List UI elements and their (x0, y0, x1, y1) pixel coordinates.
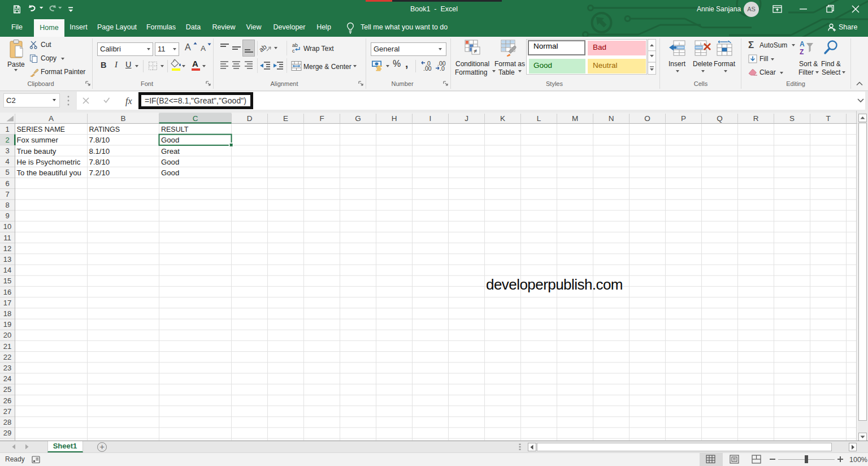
svg-text:18: 18 (3, 309, 11, 318)
svg-text:fx: fx (125, 96, 132, 106)
svg-text:21: 21 (3, 342, 11, 351)
svg-text:9: 9 (5, 212, 9, 220)
svg-text:.0: .0 (440, 65, 445, 71)
svg-text:7.8/10: 7.8/10 (89, 136, 110, 144)
svg-text:RATINGS: RATINGS (89, 126, 120, 133)
svg-text:8.1/10: 8.1/10 (89, 147, 110, 156)
svg-text:10: 10 (3, 222, 11, 231)
svg-text:ab: ab (292, 42, 298, 48)
svg-text:28: 28 (3, 418, 11, 426)
svg-text:To the beautiful you: To the beautiful you (17, 169, 81, 177)
svg-text:5: 5 (5, 168, 9, 176)
svg-text:7: 7 (5, 190, 9, 199)
svg-text:K: K (500, 114, 505, 123)
svg-text:F: F (319, 114, 324, 123)
svg-text:D: D (247, 114, 253, 123)
svg-text:E: E (283, 114, 288, 123)
svg-text:He is Psychometric: He is Psychometric (17, 158, 81, 166)
svg-text:ab: ab (259, 43, 268, 54)
svg-text:RESULT: RESULT (161, 126, 189, 133)
svg-text:29: 29 (3, 429, 11, 437)
svg-text:13: 13 (3, 255, 11, 264)
svg-text:19: 19 (3, 320, 11, 329)
svg-text:A: A (800, 40, 805, 48)
svg-text:26: 26 (3, 396, 11, 405)
svg-text:4: 4 (5, 157, 9, 166)
svg-text:B: B (120, 114, 125, 123)
svg-text:A: A (49, 114, 54, 123)
svg-text:c: c (292, 48, 295, 54)
svg-text:Fox summer: Fox summer (17, 136, 59, 144)
svg-text:True beauty: True beauty (17, 147, 57, 156)
svg-text:2: 2 (5, 136, 9, 144)
svg-text:L: L (537, 114, 541, 123)
svg-text:O: O (644, 114, 650, 123)
svg-text:.00: .00 (423, 65, 432, 71)
svg-text:developerpublish.com: developerpublish.com (486, 276, 623, 293)
svg-text:7.8/10: 7.8/10 (89, 158, 110, 166)
svg-text:R: R (753, 114, 759, 123)
svg-text:Q: Q (717, 114, 723, 123)
svg-text:≠: ≠ (474, 48, 477, 54)
svg-text:SERIES NAME: SERIES NAME (17, 126, 65, 133)
svg-text:6: 6 (5, 179, 9, 188)
svg-text:27: 27 (3, 407, 11, 416)
svg-text:22: 22 (3, 353, 11, 361)
svg-text:Z: Z (800, 48, 804, 56)
svg-text:P: P (681, 114, 686, 123)
svg-text:Good: Good (161, 169, 179, 177)
svg-text:I: I (429, 114, 432, 123)
svg-text:12: 12 (3, 244, 11, 253)
svg-text:25: 25 (3, 385, 11, 394)
svg-text:S: S (789, 114, 795, 123)
svg-text:23: 23 (3, 364, 11, 372)
svg-text:T: T (826, 114, 830, 123)
svg-text:17: 17 (3, 299, 11, 307)
svg-text:8: 8 (5, 201, 9, 209)
svg-text:M: M (572, 114, 578, 123)
svg-text:J: J (465, 114, 468, 123)
svg-text:G: G (355, 114, 361, 123)
svg-text:Good: Good (161, 136, 179, 144)
svg-text:N: N (609, 114, 614, 123)
svg-text:1: 1 (5, 125, 9, 133)
svg-text:H: H (392, 114, 397, 123)
svg-text:16: 16 (3, 288, 11, 296)
svg-text:3: 3 (5, 146, 9, 155)
svg-text:Good: Good (161, 158, 179, 166)
svg-text:11: 11 (3, 234, 11, 242)
svg-text:15: 15 (3, 277, 11, 285)
svg-text:7.2/10: 7.2/10 (89, 169, 110, 177)
svg-text:20: 20 (3, 331, 11, 339)
svg-text:C: C (193, 114, 198, 123)
svg-text:Great: Great (161, 147, 180, 156)
svg-text:14: 14 (3, 266, 11, 274)
svg-text:24: 24 (3, 374, 11, 383)
